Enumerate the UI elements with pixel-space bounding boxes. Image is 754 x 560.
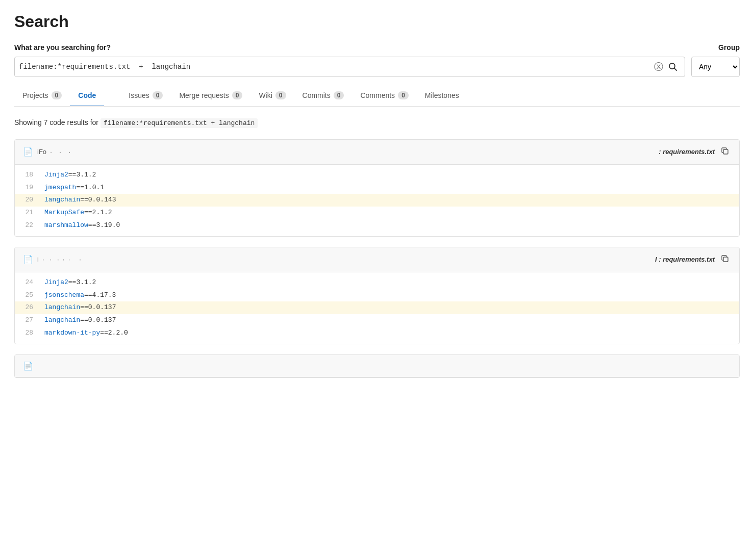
line-content-25: jsonschema==4.17.3 xyxy=(40,289,739,302)
code-line-18: 18 Jinja2==3.1.2 xyxy=(15,169,739,182)
code-line-26: 26 langchain==0.0.137 xyxy=(15,301,739,314)
card-1-filename: : requirements.txt xyxy=(659,148,715,156)
pkg-link-markupsafe[interactable]: MarkupSafe xyxy=(44,209,84,216)
tab-projects[interactable]: Projects 0 xyxy=(14,85,70,107)
tab-projects-count: 0 xyxy=(52,91,62,99)
tab-wiki-count: 0 xyxy=(275,91,286,99)
line-num-22: 22 xyxy=(15,219,40,232)
line-num-25: 25 xyxy=(15,289,40,302)
group-select[interactable]: Any Group A Group B xyxy=(691,57,740,77)
tab-projects-label: Projects xyxy=(22,91,48,99)
copy-icon-1 xyxy=(721,147,729,155)
pkg-link-langchain-2[interactable]: langchain xyxy=(44,303,80,311)
card-2-filename: l : requirements.txt xyxy=(655,256,715,263)
line-content-22: marshmallow==3.19.0 xyxy=(40,219,739,232)
tabs-bar: Projects 0 Code Issues 0 Merge requests … xyxy=(14,85,740,107)
card-1-copy-button[interactable] xyxy=(719,146,731,158)
line-num-19: 19 xyxy=(15,182,40,194)
line-num-27: 27 xyxy=(15,314,40,327)
pkg-link-jmespath[interactable]: jmespath xyxy=(44,184,76,191)
search-input[interactable] xyxy=(19,63,652,71)
line-num-26: 26 xyxy=(15,301,40,314)
pkg-link-jinja2-2[interactable]: Jinja2 xyxy=(44,278,68,286)
code-line-19: 19 jmespath==1.0.1 xyxy=(15,182,739,194)
tab-issues-count: 0 xyxy=(153,91,163,99)
line-content-24: Jinja2==3.1.2 xyxy=(40,276,739,289)
line-content-27: langchain==0.0.137 xyxy=(40,314,739,327)
results-query: filename:*requirements.txt + langchain xyxy=(100,118,258,128)
pkg-link-marshmallow[interactable]: marshmallow xyxy=(44,221,88,229)
tab-comments[interactable]: Comments 0 xyxy=(352,85,416,107)
svg-rect-3 xyxy=(723,257,728,262)
pkg-link-markdown-it-py[interactable]: markdown-it-py xyxy=(44,329,100,337)
tab-wiki[interactable]: Wiki 0 xyxy=(250,85,294,107)
card-2-header: 📄 i · · · · · · l : requirements.txt xyxy=(15,247,739,272)
code-line-28: 28 markdown-it-py==2.2.0 xyxy=(15,327,739,340)
line-content-26: langchain==0.0.137 xyxy=(40,301,739,314)
results-summary: Showing 7 code results for xyxy=(14,118,98,126)
tab-commits-label: Commits xyxy=(303,91,331,99)
code-line-27: 27 langchain==0.0.137 xyxy=(15,314,739,327)
card-3-header: 📄 xyxy=(15,355,739,377)
result-card-2: 📄 i · · · · · · l : requirements.txt 24 … xyxy=(14,247,740,344)
search-bar: ⓧ xyxy=(14,57,685,77)
tab-comments-count: 0 xyxy=(398,91,409,99)
clear-button[interactable]: ⓧ xyxy=(652,60,665,74)
card-2-breadcrumb: i · · · · · · xyxy=(37,256,651,263)
code-line-24: 24 Jinja2==3.1.2 xyxy=(15,276,739,289)
card-2-copy-button[interactable] xyxy=(719,253,731,266)
tab-issues-label: Issues xyxy=(129,91,149,99)
line-num-24: 24 xyxy=(15,276,40,289)
code-line-22: 22 marshmallow==3.19.0 xyxy=(15,219,739,232)
card-2-code: 24 Jinja2==3.1.2 25 jsonschema==4.17.3 2… xyxy=(15,272,739,344)
line-content-18: Jinja2==3.1.2 xyxy=(40,169,739,182)
pkg-link-langchain-3[interactable]: langchain xyxy=(44,316,80,324)
page-title: Search xyxy=(14,12,740,31)
search-icon xyxy=(668,62,677,71)
tab-milestones[interactable]: Milestones xyxy=(417,85,467,107)
svg-line-1 xyxy=(674,68,677,71)
card-1-header: 📄 iFo · · · : requirements.txt xyxy=(15,140,739,165)
svg-rect-2 xyxy=(723,149,728,154)
code-line-20: 20 langchain==0.0.143 xyxy=(15,194,739,207)
tab-commits[interactable]: Commits 0 xyxy=(294,85,353,107)
result-card-1: 📄 iFo · · · : requirements.txt 18 Jinja2… xyxy=(14,139,740,237)
card-1-breadcrumb: iFo · · · xyxy=(37,148,655,156)
tab-code-label: Code xyxy=(78,91,96,99)
line-content-20: langchain==0.0.143 xyxy=(40,194,739,207)
pkg-link-langchain-1[interactable]: langchain xyxy=(44,196,80,203)
tab-issues[interactable]: Issues 0 xyxy=(120,85,171,107)
result-card-3: 📄 xyxy=(14,354,740,378)
tab-milestones-label: Milestones xyxy=(425,91,459,99)
tab-merge-requests[interactable]: Merge requests 0 xyxy=(171,85,250,107)
tab-comments-label: Comments xyxy=(360,91,395,99)
line-content-28: markdown-it-py==2.2.0 xyxy=(40,327,739,340)
line-num-20: 20 xyxy=(15,194,40,207)
file-icon-3: 📄 xyxy=(23,361,33,371)
pkg-link-jsonschema[interactable]: jsonschema xyxy=(44,291,84,299)
pkg-link-jinja2-1[interactable]: Jinja2 xyxy=(44,171,68,179)
results-info: Showing 7 code results for filename:*req… xyxy=(14,117,740,129)
search-button[interactable] xyxy=(665,61,681,72)
tab-merge-requests-count: 0 xyxy=(232,91,243,99)
tab-wiki-label: Wiki xyxy=(259,91,272,99)
tab-blobs[interactable] xyxy=(104,89,120,103)
line-num-28: 28 xyxy=(15,327,40,340)
line-content-19: jmespath==1.0.1 xyxy=(40,182,739,194)
tab-merge-requests-label: Merge requests xyxy=(179,91,229,99)
file-icon-1: 📄 xyxy=(23,147,33,157)
file-icon-2: 📄 xyxy=(23,254,33,264)
group-label: Group xyxy=(718,43,740,52)
search-label: What are you searching for? xyxy=(14,43,685,52)
card-1-code: 18 Jinja2==3.1.2 19 jmespath==1.0.1 20 l… xyxy=(15,165,739,236)
tab-commits-count: 0 xyxy=(334,91,344,99)
line-num-21: 21 xyxy=(15,207,40,219)
code-line-25: 25 jsonschema==4.17.3 xyxy=(15,289,739,302)
line-content-21: MarkupSafe==2.1.2 xyxy=(40,207,739,219)
line-num-18: 18 xyxy=(15,169,40,182)
tab-code[interactable]: Code xyxy=(70,85,104,107)
copy-icon-2 xyxy=(721,254,729,263)
code-line-21: 21 MarkupSafe==2.1.2 xyxy=(15,207,739,219)
